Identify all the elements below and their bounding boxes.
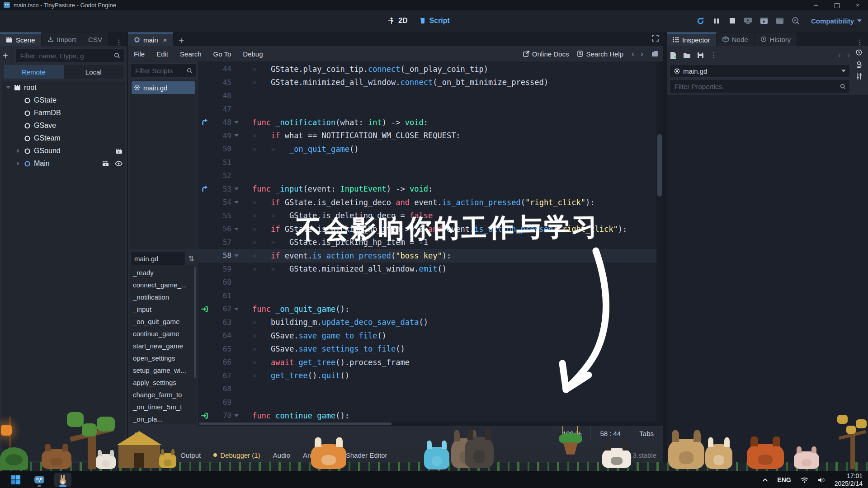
fold-icon[interactable] xyxy=(231,308,241,310)
resource-menu-dots[interactable]: ⋮ xyxy=(710,52,717,59)
methods-scrollbar[interactable] xyxy=(194,267,196,378)
code-line-44[interactable]: 44» GState.play_coin_tip.connect(_on_pla… xyxy=(198,62,656,76)
pixel-tree-right[interactable] xyxy=(837,415,868,469)
save-resource-icon[interactable] xyxy=(697,52,704,59)
movie-maker-icon[interactable] xyxy=(791,16,801,26)
tab-scene[interactable]: Scene xyxy=(0,33,42,46)
method-item[interactable]: open_settings xyxy=(133,352,197,364)
code-line-49[interactable]: 49» if what == NOTIFICATION_WM_CLOSE_REQ… xyxy=(198,129,656,143)
minimize-button[interactable] xyxy=(806,2,826,9)
fold-icon[interactable] xyxy=(231,228,241,230)
inspector-dock-dots[interactable]: ⋮ xyxy=(852,39,868,46)
method-item[interactable]: continue_game xyxy=(133,328,197,340)
code-line-51[interactable]: 51 xyxy=(198,156,656,169)
code-line-54[interactable]: 54» if GState.is_deleting_deco and event… xyxy=(198,196,656,209)
pixel-lantern[interactable] xyxy=(1,417,19,448)
dock-options-dots[interactable]: ⋮ xyxy=(111,39,127,46)
object-history-icon[interactable] xyxy=(855,49,863,56)
start-button[interactable] xyxy=(7,473,24,487)
fold-icon[interactable] xyxy=(231,188,241,190)
code-line-50[interactable]: 50» » _on_quit_game() xyxy=(198,142,656,156)
expander-icon[interactable] xyxy=(15,161,21,166)
pixel-fawn[interactable] xyxy=(705,437,732,469)
pixel-bush[interactable] xyxy=(0,447,28,470)
code-line-45[interactable]: 45» GState.minimized_all_window.connect(… xyxy=(198,76,656,89)
clapper-icon[interactable] xyxy=(116,148,123,154)
method-item[interactable]: _on_timer_5m_t xyxy=(133,401,197,413)
history-back-icon[interactable]: ‹ xyxy=(838,51,841,60)
extra-options-icon[interactable] xyxy=(856,73,863,80)
code-line-70[interactable]: 70func continue_game(): xyxy=(198,409,656,422)
menu-edit[interactable]: Edit xyxy=(151,50,174,58)
tinypasture-taskbar-button[interactable] xyxy=(54,473,71,487)
pixel-duck[interactable] xyxy=(424,441,449,469)
float-panel-icon[interactable] xyxy=(651,51,658,57)
clapper-icon[interactable] xyxy=(102,161,109,167)
tree-node-gsave[interactable]: GSave xyxy=(2,119,125,132)
eye-icon[interactable] xyxy=(115,161,123,166)
method-item[interactable]: _on_pla... xyxy=(133,413,197,424)
pixel-corgi[interactable] xyxy=(311,437,346,469)
tree-node-main[interactable]: Main xyxy=(2,157,125,170)
language-indicator[interactable]: ENG xyxy=(777,476,791,483)
filter-scripts-input[interactable] xyxy=(134,66,184,75)
history-forward-icon[interactable]: › xyxy=(847,51,850,60)
bottom-tab-debugger-1-[interactable]: Debugger (1) xyxy=(207,451,266,459)
script-item[interactable]: main.gd xyxy=(132,81,195,94)
bottom-tab-output[interactable]: Output xyxy=(174,451,207,459)
tab-history[interactable]: History xyxy=(755,33,797,46)
expander-icon[interactable] xyxy=(5,86,11,89)
tree-node-gsound[interactable]: GSound xyxy=(2,145,125,157)
menu-search[interactable]: Search xyxy=(174,50,208,58)
code-line-53[interactable]: 53func _input(event: InputEvent) -> void… xyxy=(198,183,656,196)
method-item[interactable]: setup_game_wi... xyxy=(133,364,197,376)
fold-icon[interactable] xyxy=(231,414,241,417)
method-item[interactable]: _input xyxy=(133,303,197,315)
code-line-47[interactable]: 47 xyxy=(198,103,656,116)
method-item[interactable]: _notification xyxy=(133,291,197,303)
close-tab-icon[interactable]: × xyxy=(163,36,167,44)
tree-node-farmdb[interactable]: FarmDB xyxy=(2,107,125,119)
tab-node[interactable]: Node xyxy=(717,33,755,46)
workspace-2d-button[interactable]: 2D xyxy=(388,17,407,25)
method-item[interactable]: _on_quit_game xyxy=(133,315,197,328)
tray-chevron-icon[interactable] xyxy=(762,478,768,482)
replay-icon[interactable] xyxy=(696,16,706,26)
code-line-48[interactable]: 48func _notification(what: int) -> void: xyxy=(198,116,656,129)
volume-icon[interactable] xyxy=(818,477,826,483)
tree-node-gsteam[interactable]: GSteam xyxy=(2,132,125,145)
remote-debug-icon[interactable] xyxy=(743,16,753,26)
pixel-panda[interactable] xyxy=(602,443,631,468)
bottom-tab-audio[interactable]: Audio xyxy=(267,451,297,459)
indent-mode[interactable]: Tabs xyxy=(630,426,663,441)
bottom-tab-shader-editor[interactable]: Shader Editor xyxy=(340,451,394,459)
tab-import[interactable]: Import xyxy=(42,33,83,46)
tab-csv[interactable]: CSV xyxy=(82,33,108,46)
pixel-white-cat[interactable] xyxy=(96,450,116,469)
pixel-cat-dark[interactable] xyxy=(465,428,494,468)
expander-icon[interactable] xyxy=(15,149,21,153)
new-resource-icon[interactable] xyxy=(670,52,677,59)
code-hscrollbar[interactable] xyxy=(198,422,656,426)
method-item[interactable]: start_new_game xyxy=(133,340,197,352)
method-item[interactable]: _ready xyxy=(133,267,197,279)
workspace-script-button[interactable]: Script xyxy=(419,17,449,25)
new-script-tab-button[interactable]: + xyxy=(173,36,189,46)
method-item[interactable]: apply_settings xyxy=(133,376,197,389)
fold-icon[interactable] xyxy=(231,201,241,204)
caret-position[interactable]: 58 : 44 xyxy=(590,426,630,441)
stop-icon[interactable] xyxy=(727,16,737,26)
add-node-button[interactable]: + xyxy=(3,51,8,61)
scene-filter-input[interactable] xyxy=(19,52,111,60)
fold-icon[interactable] xyxy=(231,134,241,137)
play-custom-scene-icon[interactable] xyxy=(775,16,785,26)
pixel-hanging-plant[interactable] xyxy=(556,426,585,456)
remote-tab[interactable]: Remote xyxy=(4,65,64,79)
pixel-red-panda[interactable] xyxy=(747,436,784,469)
fullscreen-toggle-icon[interactable] xyxy=(651,34,659,42)
pixel-chick[interactable] xyxy=(159,449,176,468)
taskbar-clock[interactable]: 17:01 2025/2/14 xyxy=(835,472,863,488)
wifi-icon[interactable] xyxy=(800,477,809,483)
menu-goto[interactable]: Go To xyxy=(208,50,237,58)
tree-node-gstate[interactable]: GState xyxy=(2,94,125,107)
